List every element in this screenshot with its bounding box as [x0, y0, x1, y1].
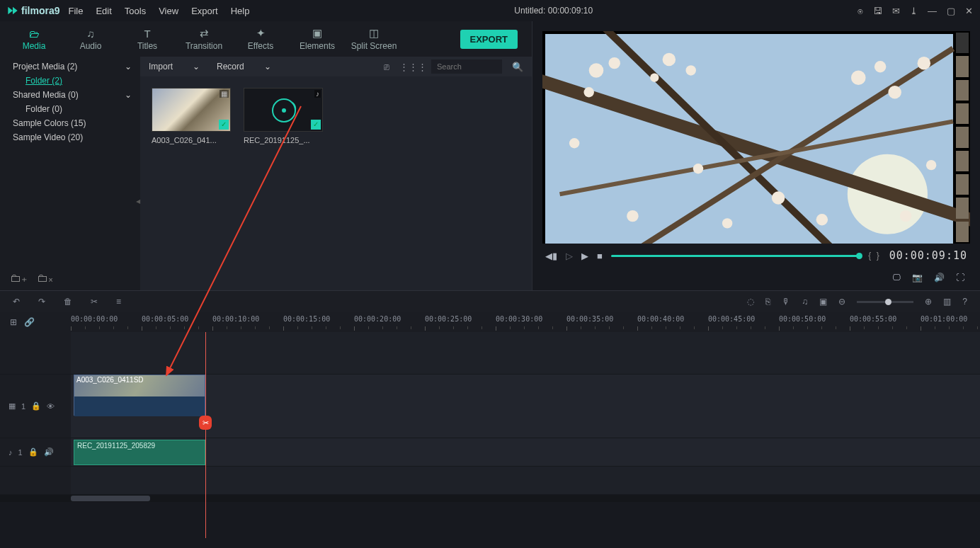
collapse-sidebar-icon[interactable]: ◀ [136, 198, 140, 205]
music-icon: ♪ [8, 448, 13, 457]
module-tabs: 🗁Media ♫Audio TTitles ⇄Transition ✦Effec… [0, 21, 532, 57]
grid-view-icon[interactable]: ⋮⋮⋮ [399, 62, 427, 72]
preview-image [545, 34, 953, 244]
search-icon[interactable]: 🔍 [512, 62, 523, 72]
svg-point-9 [650, 74, 659, 82]
render-icon[interactable]: ◌ [747, 297, 754, 307]
preview-viewer[interactable] [542, 31, 970, 244]
speaker-icon[interactable]: 🔊 [44, 447, 54, 457]
download-icon[interactable]: ⤓ [910, 6, 918, 16]
volume-icon[interactable]: 🔊 [934, 273, 945, 282]
menu-view[interactable]: View [159, 6, 178, 16]
empty-track [0, 467, 980, 495]
sidebar-folder-active[interactable]: Folder (2) [0, 74, 140, 88]
text-icon: T [119, 28, 176, 40]
stop-icon[interactable]: ■ [597, 251, 603, 261]
svg-point-20 [918, 57, 931, 70]
play-icon[interactable]: ▶ [581, 251, 588, 261]
voiceover-icon[interactable]: 🎙 [782, 297, 790, 307]
sidebar-sample-colors[interactable]: Sample Colors (15) [0, 116, 140, 130]
thumb-label: A003_C026_041... [152, 136, 231, 144]
overlay-track [0, 332, 980, 375]
lock-icon[interactable]: 🔒 [31, 401, 41, 411]
elements-icon: ▣ [289, 27, 346, 40]
quality-icon[interactable]: 🖵 [892, 273, 901, 282]
media-thumb-video[interactable]: ▦ ✓ A003_C026_041... [152, 88, 231, 144]
import-dropdown[interactable]: Import⌄ [149, 62, 200, 72]
zoom-out-icon[interactable]: ⊖ [838, 297, 845, 307]
sidebar-project-media[interactable]: Project Media (2)⌄ [0, 59, 140, 74]
scissors-icon[interactable]: ✂ [199, 416, 212, 430]
zoom-in-icon[interactable]: ⊕ [925, 297, 932, 307]
add-track-icon[interactable]: ⊞ [10, 317, 17, 327]
tab-effects[interactable]: ✦Effects [232, 27, 289, 51]
minimize-icon[interactable]: — [928, 6, 937, 16]
undo-icon[interactable]: ↶ [13, 297, 20, 307]
sidebar-shared-media[interactable]: Shared Media (0)⌄ [0, 88, 140, 102]
preview-timecode: 00:00:09:10 [889, 249, 967, 262]
audio-mixer-icon[interactable]: ♫ [802, 297, 808, 307]
prev-frame-icon[interactable]: ◀▮ [545, 251, 557, 261]
tab-media[interactable]: 🗁Media [6, 28, 62, 51]
cut-icon[interactable]: ✂ [91, 297, 98, 307]
search-input[interactable] [431, 59, 502, 74]
menu-edit[interactable]: Edit [96, 6, 111, 16]
menu-file[interactable]: File [68, 6, 83, 16]
svg-point-14 [722, 218, 732, 228]
adjust-icon[interactable]: ≡ [116, 297, 121, 307]
playhead[interactable]: ✂ [205, 332, 206, 538]
lock-icon[interactable]: 🔒 [28, 447, 38, 457]
record-dropdown[interactable]: Record⌄ [217, 62, 271, 72]
preview-scrubber[interactable] [611, 255, 860, 257]
audio-clip[interactable]: REC_20191125_205829 [74, 440, 205, 465]
delete-folder-icon[interactable]: 🗀ₓ [37, 271, 53, 285]
delete-icon[interactable]: 🗑 [64, 297, 72, 307]
link-icon[interactable]: 🔗 [24, 317, 35, 327]
added-check-icon: ✓ [219, 120, 229, 130]
menu-export[interactable]: Export [191, 6, 218, 16]
save-icon[interactable]: 🖫 [873, 6, 882, 16]
marker-icon[interactable]: ⎘ [765, 297, 770, 307]
tab-audio[interactable]: ♫Audio [62, 28, 119, 51]
snapshot-icon[interactable]: 📷 [912, 273, 923, 282]
tab-split-screen[interactable]: ◫Split Screen [346, 27, 402, 51]
preview-thumbstrip[interactable] [956, 33, 969, 242]
tab-titles[interactable]: TTitles [119, 28, 176, 51]
menu-tools[interactable]: Tools [125, 6, 146, 16]
video-clip[interactable]: A003_C026_0411SD [74, 375, 205, 416]
account-icon[interactable]: ⍟ [858, 6, 863, 16]
redo-icon[interactable]: ↷ [38, 297, 45, 307]
ruler-tick: 00:00:50:00 [779, 315, 826, 323]
marker-braces[interactable]: { } [868, 251, 880, 261]
main-menu: File Edit Tools View Export Help [68, 6, 249, 16]
filter-icon[interactable]: ⎚ [384, 62, 389, 72]
close-icon[interactable]: ✕ [965, 6, 973, 16]
sidebar-shared-folder[interactable]: Folder (0) [0, 102, 140, 116]
play-backward-icon[interactable]: ▷ [566, 251, 573, 261]
svg-point-12 [888, 86, 901, 99]
media-thumb-audio[interactable]: ♪ ✓ REC_20191125_... [244, 88, 323, 144]
track-manage-icon[interactable]: ▥ [943, 297, 951, 307]
eye-icon[interactable]: 👁 [47, 402, 55, 411]
fullscreen-icon[interactable]: ⛶ [956, 273, 964, 282]
sidebar-sample-video[interactable]: Sample Video (20) [0, 130, 140, 144]
maximize-icon[interactable]: ▢ [947, 6, 955, 16]
timeline-ruler[interactable]: 00:00:00:0000:00:05:0000:00:10:0000:00:1… [71, 312, 980, 332]
added-check-icon: ✓ [311, 120, 321, 130]
timeline-scrollbar[interactable] [0, 495, 980, 502]
export-button[interactable]: EXPORT [460, 30, 518, 49]
svg-point-8 [686, 65, 696, 75]
audio-lane[interactable]: REC_20191125_205829 [71, 438, 980, 466]
overlay-lane[interactable] [71, 332, 980, 374]
crop-icon[interactable]: ▣ [819, 297, 827, 307]
tab-transition[interactable]: ⇄Transition [176, 27, 232, 51]
folder-icon: 🗁 [6, 28, 62, 40]
document-title: Untitled: 00:00:09:10 [249, 6, 858, 16]
track-index: 1 [18, 448, 23, 457]
menu-help[interactable]: Help [231, 6, 250, 16]
new-folder-icon[interactable]: 🗀₊ [10, 271, 27, 285]
tab-elements[interactable]: ▣Elements [289, 27, 346, 51]
message-icon[interactable]: ✉ [892, 6, 900, 16]
help-icon[interactable]: ? [962, 297, 967, 307]
zoom-slider[interactable] [857, 301, 913, 303]
